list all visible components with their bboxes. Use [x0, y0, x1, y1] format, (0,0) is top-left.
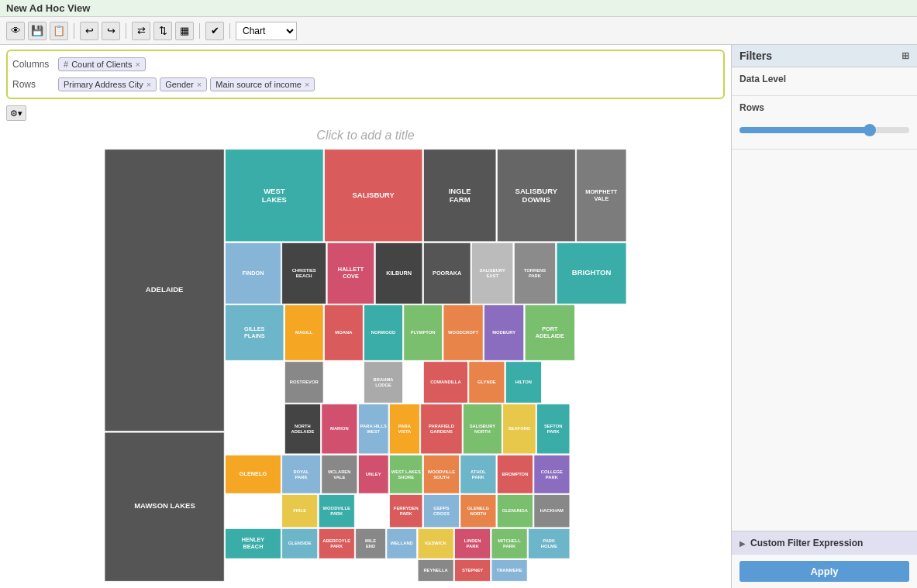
primary-address-label: Primary Address City: [64, 80, 143, 89]
gender-remove[interactable]: ×: [197, 80, 202, 89]
apply-button[interactable]: Apply: [739, 561, 909, 582]
gear-row: ⚙▾: [0, 104, 731, 122]
slider-thumb[interactable]: [864, 124, 876, 136]
gender-tag[interactable]: Gender ×: [160, 77, 207, 91]
main-income-label: Main source of income: [215, 80, 302, 89]
rows-row: Rows Primary Address City × Gender × Mai…: [12, 74, 719, 95]
title-bar: New Ad Hoc View: [0, 0, 917, 17]
fields-area: Columns # Count of Clients × Rows Primar…: [6, 50, 725, 99]
expand-arrow-icon: ▶: [739, 539, 746, 548]
chart-type-select[interactable]: Chart Table Crosstab: [236, 22, 297, 40]
svg-text:BRIGHTON: BRIGHTON: [572, 268, 612, 277]
svg-text:WOODCROFT: WOODCROFT: [448, 330, 478, 335]
count-of-clients-remove[interactable]: ×: [135, 60, 140, 69]
svg-text:FINDON: FINDON: [242, 270, 264, 277]
primary-address-tag[interactable]: Primary Address City ×: [58, 77, 157, 91]
custom-filter-header[interactable]: ▶ Custom Filter Expression: [732, 531, 917, 555]
rows-slider-container: [739, 118, 909, 143]
gender-label: Gender: [165, 80, 194, 89]
sidebar: Filters ⊞ Data Level Rows ▶ Custom Filte…: [731, 45, 917, 588]
svg-text:INGLEFARM: INGLEFARM: [449, 186, 471, 203]
primary-address-remove[interactable]: ×: [147, 80, 151, 89]
svg-text:HILTON: HILTON: [515, 380, 532, 384]
rows-section: Rows: [732, 96, 917, 150]
count-of-clients-tag[interactable]: # Count of Clients ×: [58, 57, 146, 71]
move-btn[interactable]: ⇄: [132, 22, 150, 40]
custom-filter-section: ▶ Custom Filter Expression Apply: [732, 531, 917, 588]
svg-text:ADELAIDE: ADELAIDE: [146, 285, 183, 294]
toolbar-sep-4: [229, 23, 230, 39]
rows-label: Rows: [12, 79, 55, 90]
view-btn[interactable]: 👁: [6, 22, 25, 40]
sort-btn[interactable]: ⇅: [153, 22, 172, 40]
filters-title: Filters: [739, 50, 772, 62]
svg-text:PARAVISTA: PARAVISTA: [398, 424, 412, 434]
treemap-container: ADELAIDEWESTLAKESSALISBURYINGLEFARMSALIS…: [0, 146, 731, 588]
chart-title[interactable]: Click to add a title: [0, 122, 731, 146]
svg-text:PARKHOLME: PARKHOLME: [541, 538, 557, 548]
svg-text:KESWICK: KESWICK: [425, 541, 446, 545]
svg-text:GILLESPLAINS: GILLESPLAINS: [244, 325, 265, 339]
gear-btn[interactable]: ⚙▾: [6, 105, 26, 121]
data-level-section: Data Level: [732, 67, 917, 96]
toolbar: 👁 💾 📋 ↩ ↪ ⇄ ⇅ ▦ ✔ Chart Table Crosstab: [0, 17, 917, 45]
svg-text:GLENSIDE: GLENSIDE: [288, 541, 312, 545]
main-layout: Columns # Count of Clients × Rows Primar…: [0, 45, 917, 588]
slider-fill: [739, 127, 867, 133]
svg-text:KILBURN: KILBURN: [386, 270, 412, 277]
content-area: Columns # Count of Clients × Rows Primar…: [0, 45, 731, 588]
main-income-tag[interactable]: Main source of income ×: [210, 77, 315, 91]
svg-text:GEPPSCROSS: GEPPSCROSS: [433, 506, 450, 516]
svg-text:HENLEYBEACH: HENLEYBEACH: [242, 536, 265, 550]
svg-text:POORAKA: POORAKA: [433, 270, 462, 277]
svg-text:MILEEND: MILEEND: [365, 538, 376, 548]
main-income-remove[interactable]: ×: [305, 80, 309, 89]
svg-text:MARION: MARION: [330, 426, 349, 431]
svg-text:ATHOLPARK: ATHOLPARK: [471, 469, 486, 479]
svg-text:REYNELLA: REYNELLA: [423, 568, 448, 573]
treemap-svg: ADELAIDEWESTLAKESSALISBURYINGLEFARMSALIS…: [6, 149, 725, 582]
svg-text:GLENELG: GLENELG: [240, 470, 267, 477]
svg-text:WESTLAKES: WESTLAKES: [262, 186, 287, 203]
svg-text:MODBURY: MODBURY: [492, 330, 515, 335]
custom-filter-title: Custom Filter Expression: [750, 538, 863, 548]
svg-text:BRAHMALODGE: BRAHMALODGE: [374, 377, 395, 387]
app-title: New Ad Hoc View: [6, 2, 90, 14]
columns-label: Columns: [12, 59, 55, 70]
svg-text:PLYMPTON: PLYMPTON: [411, 330, 436, 335]
svg-text:MAWSON LAKES: MAWSON LAKES: [134, 501, 195, 510]
slider-track: [739, 127, 909, 133]
svg-text:ROYALPARK: ROYALPARK: [294, 469, 309, 479]
svg-text:GLENUNGA: GLENUNGA: [502, 508, 529, 513]
redo-btn[interactable]: ↪: [102, 22, 120, 40]
hash-icon: #: [64, 60, 68, 69]
check-btn[interactable]: ✔: [205, 22, 224, 40]
rows-filter-title: Rows: [739, 102, 909, 113]
undo-btn[interactable]: ↩: [80, 22, 98, 40]
sidebar-options-icon[interactable]: ⊞: [901, 50, 909, 61]
svg-text:SALISBURY: SALISBURY: [353, 191, 395, 199]
svg-text:MAGILL: MAGILL: [295, 330, 313, 335]
svg-text:STEPNEY: STEPNEY: [462, 568, 483, 573]
toolbar-sep-2: [126, 23, 126, 39]
svg-text:SEAFORD: SEAFORD: [508, 426, 531, 431]
toolbar-sep-1: [74, 23, 74, 39]
columns-row: Columns # Count of Clients ×: [12, 54, 719, 74]
svg-text:HACKHAM: HACKHAM: [540, 508, 564, 513]
format-btn[interactable]: ▦: [175, 22, 194, 40]
save-btn[interactable]: 💾: [28, 22, 47, 40]
svg-text:LINDENPARK: LINDENPARK: [464, 538, 481, 548]
svg-text:TRANMERE: TRANMERE: [497, 568, 522, 573]
data-level-title: Data Level: [739, 74, 909, 84]
svg-text:ROSTREVOR: ROSTREVOR: [290, 380, 319, 384]
svg-text:BROMPTON: BROMPTON: [502, 472, 528, 476]
sidebar-spacer: [732, 150, 917, 531]
svg-text:PARAFIELDGARDENS: PARAFIELDGARDENS: [429, 424, 454, 434]
count-of-clients-label: Count of Clients: [71, 60, 132, 69]
toolbar-sep-3: [199, 23, 200, 39]
svg-text:FIRLE: FIRLE: [293, 508, 306, 513]
save-as-btn[interactable]: 📋: [50, 22, 68, 40]
svg-text:COWANDILLA: COWANDILLA: [430, 380, 461, 384]
svg-text:GLYNDE: GLYNDE: [477, 380, 496, 384]
svg-text:GLENELGNORTH: GLENELGNORTH: [467, 506, 490, 516]
